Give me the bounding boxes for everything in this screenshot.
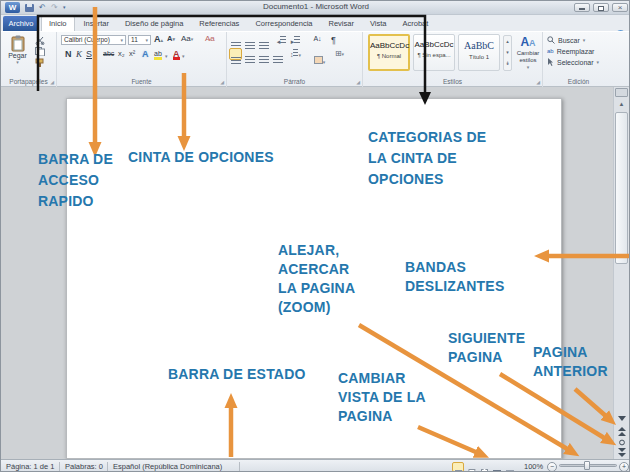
divider [107, 462, 108, 471]
print-layout-view-icon[interactable] [452, 462, 464, 472]
shrink-font-button[interactable]: A▾ [167, 33, 175, 45]
style-sin-espaciado[interactable]: AaBbCcDc ¶ Sin espa... [413, 34, 455, 71]
style-normal[interactable]: AaBbCcDc ¶ Normal [368, 34, 410, 71]
zoom-slider-thumb[interactable] [584, 461, 590, 470]
font-color-button[interactable]: A [173, 48, 180, 60]
full-screen-reading-view-icon[interactable] [465, 462, 477, 472]
tab-archivo[interactable]: Archivo [3, 16, 39, 31]
clear-format-eraser-icon[interactable]: A̷a [205, 33, 215, 45]
scrollbar-thumb[interactable] [615, 112, 628, 264]
chevron-down-icon[interactable]: ▾ [165, 50, 168, 62]
style-name: Título 1 [459, 54, 499, 60]
tab-referencias[interactable]: Referencias [192, 16, 246, 31]
font-name-combo[interactable]: ▾ Calibri (Cuerpo) [61, 35, 126, 45]
group-edicion: Buscar▾ ab Reemplazar Seleccionar▾ Edici… [543, 32, 614, 87]
scroll-up-icon[interactable]: ▲ [614, 99, 629, 110]
dialog-launcher-icon[interactable]: ◢ [220, 80, 224, 85]
superscript-button[interactable]: x² [129, 48, 135, 60]
underline-button[interactable]: S [86, 48, 92, 60]
dialog-launcher-icon[interactable]: ◢ [50, 80, 54, 85]
word-count[interactable]: Palabras: 0 [65, 460, 103, 472]
multilevel-list-icon[interactable] [257, 34, 270, 46]
group-label-edicion: Edición [543, 78, 614, 85]
paste-label: Pegar [8, 52, 27, 59]
title-bar: W ↶ ↷ ▾ Documento1 - Microsoft Word × [1, 1, 630, 15]
change-case-button[interactable]: Aa▾ [181, 33, 193, 45]
previous-page-icon[interactable] [618, 427, 626, 436]
outline-view-icon[interactable] [491, 462, 503, 472]
highlight-button[interactable]: ab [154, 48, 162, 60]
change-styles-button[interactable]: AA Cambiar estilos ▾ [515, 34, 541, 76]
tab-correspondencia[interactable]: Correspondencia [248, 16, 319, 31]
restore-button[interactable] [593, 3, 609, 12]
language-status[interactable]: Español (República Dominicana) [113, 460, 222, 472]
borders-icon[interactable]: ⊞▾ [333, 47, 346, 59]
format-painter-icon[interactable] [35, 58, 45, 68]
shading-icon[interactable]: ▾ [313, 48, 326, 60]
tab-revisar[interactable]: Revisar [322, 16, 361, 31]
styles-scroll-arrows[interactable]: ▴▾⇟ [503, 35, 512, 71]
text-effects-button[interactable]: A [142, 48, 149, 60]
copy-icon[interactable] [35, 47, 45, 56]
group-parrafo: ◂ ▸ A↓ ¶ ↕▾ ▾ ⊞▾ Párrafo ◢ [227, 32, 363, 87]
tab-acrobat[interactable]: Acrobat [395, 16, 435, 31]
find-button[interactable]: Buscar▾ [547, 35, 585, 45]
tab-insertar[interactable]: Insertar [77, 16, 116, 31]
strikethrough-button[interactable]: abc [103, 48, 114, 60]
tab-vista[interactable]: Vista [363, 16, 394, 31]
minimize-button[interactable] [574, 3, 590, 12]
tab-inicio[interactable]: Inicio [41, 16, 75, 31]
page-info[interactable]: Página: 1 de 1 [6, 460, 54, 472]
replace-button[interactable]: ab Reemplazar [547, 46, 594, 56]
align-left-icon[interactable] [229, 48, 242, 60]
bold-button[interactable]: N [65, 48, 72, 60]
sort-icon[interactable]: A↓ [311, 33, 324, 45]
paste-button[interactable]: Pegar ▾ [4, 34, 31, 76]
group-fuente: ▾ Calibri (Cuerpo) ▾ 11 A▴ A▾ Aa▾ A̷a N … [57, 32, 227, 87]
ribbon: Pegar ▾ Portapapeles ◢ ▾ Calibri (Cuer [1, 31, 630, 87]
zoom-level[interactable]: 100% [524, 460, 543, 472]
style-preview: AaBbCcDc [370, 41, 408, 50]
annotation-status-bar: BARRA DE ESTADO [168, 364, 306, 385]
pilcrow-icon[interactable]: ¶ [327, 33, 340, 45]
italic-button[interactable]: K [76, 48, 82, 60]
zoom-in-button[interactable]: + [619, 462, 629, 472]
annotation-ribbon: CINTA DE OPCIONES [128, 147, 274, 168]
draft-view-icon[interactable] [504, 462, 516, 472]
line-spacing-icon[interactable]: ↕▾ [289, 47, 302, 59]
browse-object-icon[interactable] [620, 440, 625, 445]
grow-font-button[interactable]: A▴ [154, 33, 163, 45]
chevron-down-icon: ▾ [145, 36, 148, 44]
font-size-combo[interactable]: ▾ 11 [128, 35, 151, 45]
increase-indent-icon[interactable]: ▸ [289, 34, 302, 46]
tab-diseno-de-pagina[interactable]: Diseño de página [118, 16, 190, 31]
select-button[interactable]: Seleccionar▾ [547, 57, 599, 67]
ruler-toggle-icon[interactable] [615, 88, 628, 97]
change-styles-label: Cambiar estilos [516, 50, 540, 64]
zoom-out-button[interactable]: − [547, 462, 557, 472]
annotation-ribbon-tabs: CATEGORIAS DE LA CINTA DE OPCIONES [368, 127, 486, 190]
style-titulo-1[interactable]: AaBbC Título 1 [458, 34, 500, 71]
web-layout-view-icon[interactable] [478, 462, 490, 472]
group-label-parrafo: Párrafo [227, 78, 362, 85]
numbering-icon[interactable] [243, 34, 256, 46]
word-window: W ↶ ↷ ▾ Documento1 - Microsoft Word × Ar… [0, 0, 630, 472]
ribbon-tabs: Inicio Insertar Diseño de página Referen… [41, 16, 435, 31]
justify-icon[interactable] [271, 48, 284, 60]
style-preview: AaBbC [459, 40, 499, 51]
next-page-icon[interactable] [618, 448, 626, 457]
close-button[interactable]: × [612, 3, 628, 12]
align-center-icon[interactable] [243, 48, 256, 60]
decrease-indent-icon[interactable]: ◂ [275, 34, 288, 46]
annotation-next-page: SIGUIENTE PAGINA [448, 329, 525, 367]
subscript-button[interactable]: x₂ [118, 48, 125, 60]
align-right-icon[interactable] [257, 48, 270, 60]
chevron-down-icon[interactable]: ▾ [94, 50, 97, 62]
cut-scissors-icon[interactable] [35, 36, 45, 45]
bullets-icon[interactable] [229, 34, 242, 46]
chevron-down-icon[interactable]: ▾ [182, 50, 185, 62]
dialog-launcher-icon[interactable]: ◢ [356, 80, 360, 85]
scroll-down-icon[interactable] [618, 416, 626, 421]
annotation-scrollbars: BANDAS DESLIZANTES [405, 258, 504, 296]
dialog-launcher-icon[interactable]: ◢ [536, 80, 540, 85]
